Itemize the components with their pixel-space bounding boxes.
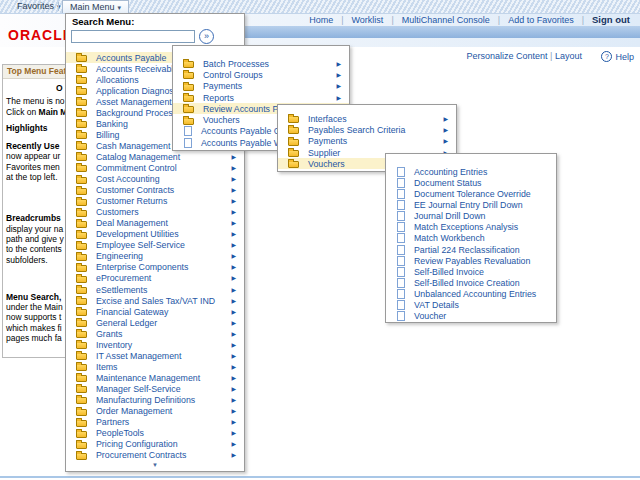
search-input[interactable] bbox=[71, 30, 195, 43]
menu-item[interactable]: Manager Self-Service▶ bbox=[66, 383, 244, 394]
nav-link[interactable]: Add to Favorites bbox=[508, 15, 574, 25]
document-icon bbox=[397, 222, 405, 232]
menu-item[interactable]: Development Utilities▶ bbox=[66, 229, 244, 240]
menu-item[interactable]: Control Groups▶ bbox=[173, 69, 349, 80]
menu-item[interactable]: Pricing Configuration▶ bbox=[66, 439, 244, 450]
main-menu-label: Main Menu bbox=[70, 1, 115, 14]
submenu-arrow-icon: ▶ bbox=[336, 95, 341, 101]
personalize-content-link[interactable]: Personalize Content bbox=[467, 51, 548, 61]
menu-item[interactable]: EE Journal Entry Drill Down bbox=[386, 199, 556, 210]
submenu-arrow-icon: ▶ bbox=[231, 253, 236, 259]
menu-item[interactable]: Deal Management▶ bbox=[66, 218, 244, 229]
menu-item-label: Customers bbox=[96, 207, 139, 217]
menu-item[interactable]: Partners▶ bbox=[66, 417, 244, 428]
help-link[interactable]: ? Help bbox=[601, 51, 634, 62]
menu-item[interactable]: Excise and Sales Tax/VAT IND▶ bbox=[66, 295, 244, 306]
pagelet-text: pages much fa bbox=[6, 333, 62, 343]
menu-item[interactable]: Maintenance Management▶ bbox=[66, 372, 244, 383]
submenu-arrow-icon: ▶ bbox=[231, 397, 236, 403]
menu-item[interactable]: Payments▶ bbox=[173, 81, 349, 92]
menu-item[interactable]: Document Status bbox=[386, 177, 556, 188]
menu-item[interactable]: Voucher bbox=[386, 311, 556, 322]
menu-item-label: Customer Contracts bbox=[96, 185, 174, 195]
menu-item-label: Partial 224 Reclassification bbox=[414, 245, 520, 255]
menu-item-label: Batch Processes bbox=[203, 59, 269, 69]
submenu-vouchers: Accounting EntriesDocument StatusDocumen… bbox=[385, 153, 557, 323]
submenu-arrow-icon: ▶ bbox=[231, 220, 236, 226]
submenu-arrow-icon: ▶ bbox=[231, 430, 236, 436]
pagelet-text: now supports t bbox=[6, 312, 61, 322]
document-icon bbox=[397, 167, 405, 177]
menu-item-label: Unbalanced Accounting Entries bbox=[414, 289, 536, 299]
menu-item[interactable]: Procurement Contracts▶ bbox=[66, 450, 244, 461]
menu-item[interactable]: IT Asset Management▶ bbox=[66, 350, 244, 361]
menu-item[interactable]: eProcurement▶ bbox=[66, 273, 244, 284]
menu-item[interactable]: Customers▶ bbox=[66, 207, 244, 218]
menu-item[interactable]: Grants▶ bbox=[66, 328, 244, 339]
menu-item[interactable]: Accounting Entries bbox=[386, 166, 556, 177]
menu-item[interactable]: Batch Processes▶ bbox=[173, 58, 349, 69]
folder-icon bbox=[76, 453, 87, 460]
help-label: Help bbox=[615, 52, 634, 62]
menu-item[interactable]: Self-Billed Invoice bbox=[386, 266, 556, 277]
menu-item-label: Procurement Contracts bbox=[96, 450, 186, 460]
menu-item[interactable]: Customer Returns▶ bbox=[66, 196, 244, 207]
folder-icon bbox=[76, 154, 87, 161]
submenu-arrow-icon: ▶ bbox=[231, 309, 236, 315]
nav-link[interactable]: MultiChannel Console bbox=[402, 15, 490, 25]
menu-item[interactable]: Financial Gateway▶ bbox=[66, 306, 244, 317]
menu-item[interactable]: Interfaces▶ bbox=[278, 113, 456, 124]
menu-item[interactable]: Partial 224 Reclassification bbox=[386, 244, 556, 255]
nav-link[interactable]: Worklist bbox=[352, 15, 384, 25]
menu-item[interactable]: Commitment Control▶ bbox=[66, 162, 244, 173]
menu-item-label: Development Utilities bbox=[96, 229, 179, 239]
menu-item[interactable]: Cost Accounting▶ bbox=[66, 174, 244, 185]
menu-item[interactable]: General Ledger▶ bbox=[66, 317, 244, 328]
menu-item[interactable]: Reports▶ bbox=[173, 92, 349, 103]
menu-item-label: Accounts Receivable bbox=[96, 64, 178, 74]
search-go-button[interactable]: » bbox=[199, 29, 214, 44]
menu-item[interactable]: Payables Search Criteria▶ bbox=[278, 124, 456, 135]
main-menu-button[interactable]: Main Menu ▾ bbox=[62, 0, 129, 13]
submenu-arrow-icon: ▶ bbox=[231, 231, 236, 237]
menu-item[interactable]: Document Tolerance Override bbox=[386, 188, 556, 199]
menu-item[interactable]: Inventory▶ bbox=[66, 339, 244, 350]
menu-item[interactable]: Manufacturing Definitions▶ bbox=[66, 394, 244, 405]
folder-icon bbox=[76, 431, 87, 438]
pagelet-text: O bbox=[56, 83, 63, 93]
menu-item[interactable]: Items▶ bbox=[66, 361, 244, 372]
menu-item[interactable]: Enterprise Components▶ bbox=[66, 262, 244, 273]
menu-item[interactable]: Journal Drill Down bbox=[386, 211, 556, 222]
folder-icon bbox=[76, 121, 87, 128]
menu-item[interactable]: Match Exceptions Analysis bbox=[386, 222, 556, 233]
menu-item[interactable]: Customer Contracts▶ bbox=[66, 185, 244, 196]
menu-item[interactable]: Employee Self-Service▶ bbox=[66, 240, 244, 251]
folder-icon bbox=[76, 364, 87, 371]
menu-item[interactable]: VAT Details bbox=[386, 300, 556, 311]
menu-item[interactable]: Match Workbench bbox=[386, 233, 556, 244]
menu-item[interactable]: Catalog Management▶ bbox=[66, 151, 244, 162]
sign-out-link[interactable]: Sign out bbox=[592, 14, 630, 25]
menu-item[interactable]: Payments▶ bbox=[278, 136, 456, 147]
menu-item[interactable]: Order Management▶ bbox=[66, 406, 244, 417]
layout-link[interactable]: Layout bbox=[555, 51, 582, 61]
personalize-links: Personalize Content | Layout bbox=[467, 51, 582, 61]
separator: | bbox=[582, 15, 584, 25]
tab-divider bbox=[58, 2, 59, 11]
menu-item[interactable]: eSettlements▶ bbox=[66, 284, 244, 295]
submenu-arrow-icon: ▶ bbox=[336, 72, 341, 78]
folder-icon bbox=[76, 99, 87, 106]
menu-item[interactable]: Engineering▶ bbox=[66, 251, 244, 262]
menu-item[interactable]: Review Payables Revaluation bbox=[386, 255, 556, 266]
menu-item-label: Order Management bbox=[96, 406, 172, 416]
separator: | bbox=[341, 15, 343, 25]
submenu-arrow-icon: ▶ bbox=[231, 452, 236, 458]
menu-item[interactable]: Self-Billed Invoice Creation bbox=[386, 277, 556, 288]
menu-item-label: Financial Gateway bbox=[96, 307, 168, 317]
nav-link[interactable]: Home bbox=[309, 15, 333, 25]
menu-item-label: Self-Billed Invoice bbox=[414, 267, 484, 277]
menu-item[interactable]: PeopleTools▶ bbox=[66, 428, 244, 439]
menu-item[interactable]: Unbalanced Accounting Entries bbox=[386, 289, 556, 300]
scroll-down-icon[interactable]: ▼ bbox=[66, 462, 244, 468]
menu-item-label: Accounts Payable bbox=[96, 53, 166, 63]
